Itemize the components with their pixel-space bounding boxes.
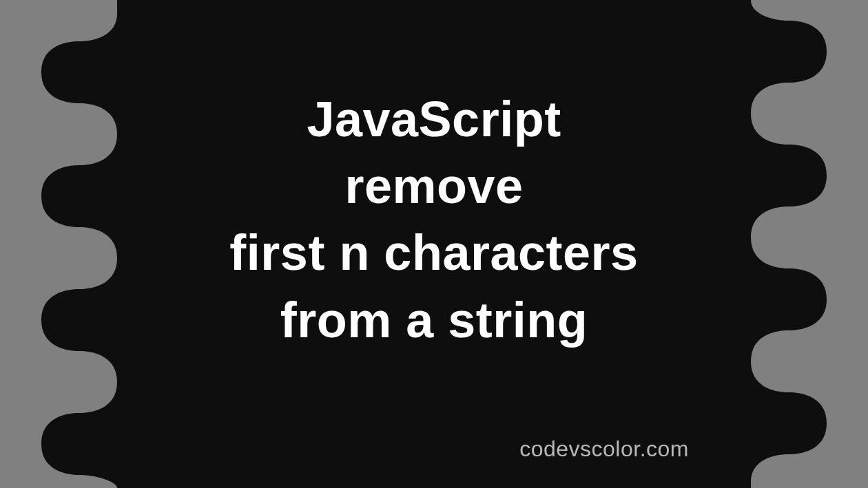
title-line-3: first n characters bbox=[0, 220, 868, 286]
title-line-2: remove bbox=[0, 153, 868, 220]
watermark-text: codevscolor.com bbox=[519, 436, 689, 462]
main-title: JavaScript remove first n characters fro… bbox=[0, 86, 868, 354]
title-line-4: from a string bbox=[0, 287, 868, 354]
title-line-1: JavaScript bbox=[0, 86, 868, 153]
